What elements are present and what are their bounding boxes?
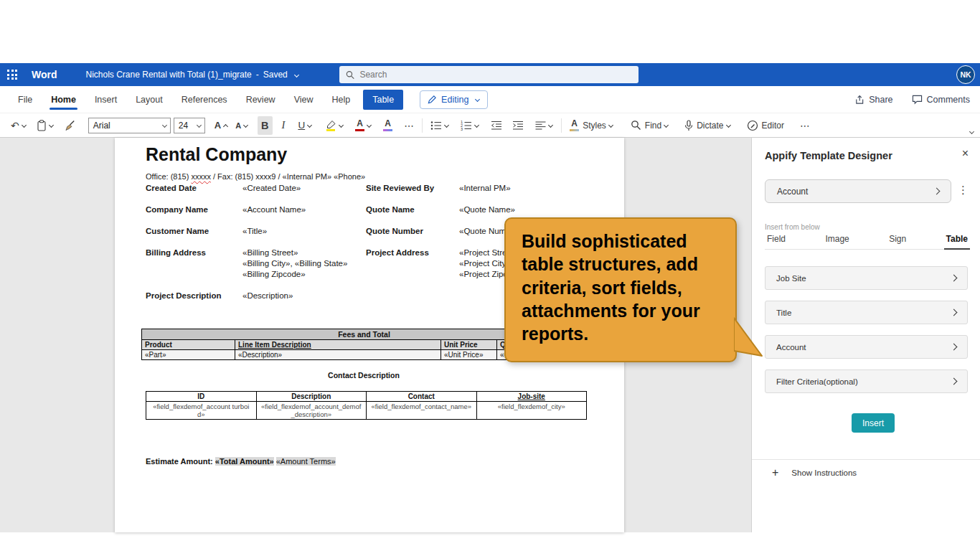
chevron-down-icon — [444, 123, 449, 128]
chevron-right-icon — [951, 344, 958, 350]
paste-button[interactable] — [33, 116, 57, 135]
fees-col-header: Product — [142, 340, 235, 350]
chevron-right-icon — [951, 275, 958, 281]
document-title[interactable]: Nichols Crane Rental with Total (1)_migr… — [86, 70, 299, 80]
tab-field[interactable]: Field — [765, 234, 788, 250]
dictate-button[interactable]: Dictate — [681, 116, 734, 135]
ellipsis-icon: ⋯ — [800, 120, 810, 131]
field-label: Billing Address — [146, 248, 242, 280]
grow-font-button[interactable]: A — [211, 116, 232, 135]
editor-button[interactable]: Editor — [743, 116, 788, 135]
chevron-down-icon — [664, 123, 669, 128]
show-instructions-label: Show Instructions — [791, 468, 857, 477]
panel-tabs: Field Image Sign Table — [765, 234, 970, 250]
styles-icon: A — [570, 119, 579, 131]
tab-layout[interactable]: Layout — [126, 86, 172, 113]
chevron-right-icon — [951, 309, 958, 316]
shrink-font-button[interactable]: A — [232, 116, 252, 135]
search-input[interactable] — [359, 70, 632, 80]
microphone-icon — [684, 120, 693, 131]
italic-button[interactable]: I — [278, 116, 289, 135]
close-icon[interactable]: × — [962, 147, 969, 160]
comments-button[interactable]: Comments — [912, 95, 970, 105]
bold-icon: B — [261, 120, 268, 131]
entity-selector-value: Account — [777, 187, 808, 197]
doc-field-row: Created Date «Created Date» Site Reviewe… — [146, 183, 594, 194]
font-size-combobox[interactable]: 24 — [174, 118, 205, 133]
list-item-label: Title — [776, 309, 791, 317]
fees-col-header: Line Item Description — [235, 340, 441, 350]
find-button[interactable]: Find — [627, 116, 672, 135]
editing-mode-button[interactable]: Editing — [420, 90, 488, 109]
numbered-list-icon: 123 — [461, 121, 472, 131]
tab-view[interactable]: View — [285, 86, 323, 113]
chevron-up-icon — [223, 123, 228, 128]
increase-indent-button[interactable] — [509, 116, 527, 135]
avatar[interactable]: NK — [956, 65, 975, 84]
share-button[interactable]: Share — [854, 95, 892, 105]
doc-office-line: Office: (815) xxxxx / Fax: (815) xxxx9 /… — [146, 172, 365, 181]
saved-status: Saved — [263, 70, 288, 80]
collapse-ribbon-icon[interactable] — [969, 129, 974, 134]
highlight-color-button[interactable] — [321, 116, 347, 135]
list-item-account[interactable]: Account — [765, 335, 968, 359]
undo-icon: ↶ — [11, 120, 19, 131]
bullets-button[interactable] — [427, 116, 453, 135]
tab-home[interactable]: Home — [42, 86, 85, 113]
merge-field-value: «Account Name» — [242, 204, 366, 215]
entity-selector-dropdown[interactable]: Account — [765, 179, 951, 203]
search-bar[interactable] — [339, 66, 639, 83]
kebab-menu-icon[interactable]: ⋮ — [958, 184, 969, 197]
styles-button[interactable]: A Styles — [566, 116, 617, 135]
underline-button[interactable]: U — [294, 116, 316, 135]
ribbon-right-actions: Share Comments — [854, 86, 970, 113]
dictate-label: Dictate — [697, 121, 723, 131]
tab-references[interactable]: References — [172, 86, 237, 113]
tab-table[interactable]: Table — [944, 234, 970, 250]
list-item-title[interactable]: Title — [765, 301, 968, 324]
tab-help[interactable]: Help — [323, 86, 360, 113]
bold-button[interactable]: B — [258, 116, 272, 135]
format-painter-icon — [65, 120, 76, 131]
more-font-options-button[interactable]: ⋯ — [400, 116, 418, 135]
tab-review[interactable]: Review — [237, 86, 285, 113]
chevron-down-icon — [339, 123, 344, 128]
editing-label: Editing — [441, 95, 468, 105]
callout-text: Build sophisticated table structures, ad… — [522, 230, 720, 345]
chevron-down-icon — [22, 123, 27, 128]
merge-field-value: «Quote Name» — [459, 204, 594, 215]
numbering-button[interactable]: 123 — [457, 116, 483, 135]
ribbon-tabs: File Home Insert Layout References Revie… — [0, 86, 980, 113]
list-item-job-site[interactable]: Job Site — [765, 266, 968, 290]
decrease-indent-button[interactable] — [487, 116, 506, 135]
contact-cell: «field_flexdemof_city» — [476, 402, 587, 420]
field-label: Quote Name — [366, 204, 459, 215]
tab-file[interactable]: File — [9, 86, 42, 113]
font-name-combobox[interactable]: Arial — [88, 118, 171, 133]
title-separator: - — [256, 70, 259, 80]
doc-field-row: Company Name «Account Name» Quote Name «… — [146, 204, 594, 215]
fees-col-header: Unit Price — [441, 340, 497, 350]
indent-icon — [512, 121, 524, 131]
insert-button[interactable]: Insert — [852, 413, 895, 433]
tab-image[interactable]: Image — [823, 234, 851, 250]
tab-sign[interactable]: Sign — [887, 234, 908, 250]
contact-table: ID Description Contact Job-site «field_f… — [146, 391, 587, 420]
field-label: Project Description — [146, 291, 242, 301]
alignment-button[interactable] — [532, 116, 557, 135]
contact-col-header: Description — [256, 392, 367, 402]
field-label: Quote Number — [366, 226, 459, 237]
list-item-filter-criteria[interactable]: Filter Criteria(optional) — [765, 369, 968, 393]
tab-table[interactable]: Table — [363, 90, 403, 110]
app-launcher-icon[interactable] — [0, 63, 24, 86]
format-painter-button[interactable] — [62, 116, 80, 135]
word-app-window: Word Nichols Crane Rental with Total (1)… — [0, 63, 980, 532]
font-color-button[interactable]: A — [352, 116, 375, 135]
field-label: Company Name — [146, 204, 242, 215]
show-instructions-button[interactable]: + Show Instructions — [772, 466, 857, 479]
tab-insert[interactable]: Insert — [85, 86, 126, 113]
undo-button[interactable]: ↶ — [7, 116, 30, 135]
more-toolbar-options-button[interactable]: ⋯ — [796, 116, 814, 135]
italic-icon: I — [282, 119, 286, 131]
text-effects-button[interactable]: A — [380, 116, 396, 135]
